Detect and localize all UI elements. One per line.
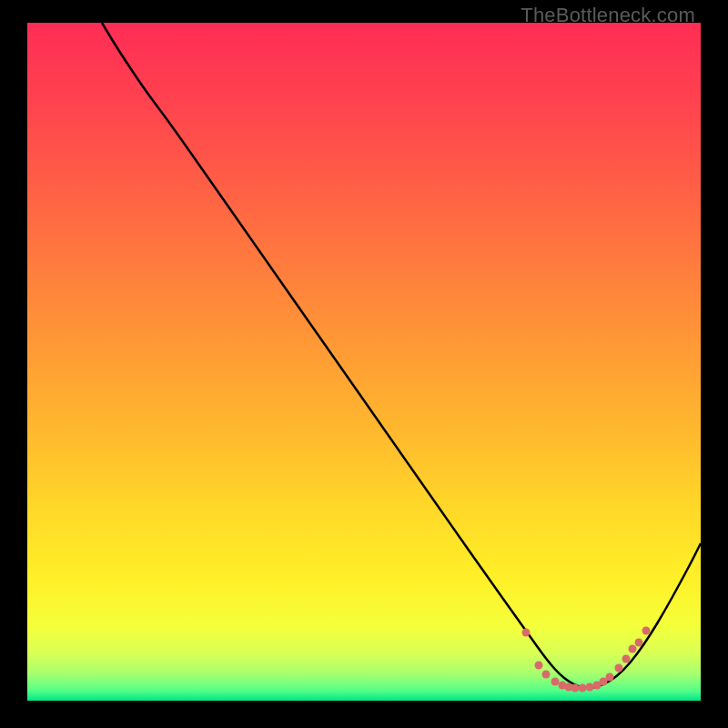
- highlight-dot: [622, 655, 631, 663]
- chart-plot-area: [27, 23, 701, 701]
- highlight-dot: [615, 664, 623, 672]
- highlight-dot: [635, 639, 643, 647]
- highlight-dot: [579, 684, 587, 693]
- highlight-dot: [551, 678, 560, 686]
- highlight-dot: [642, 627, 651, 635]
- highlight-dot: [522, 629, 531, 637]
- highlight-dot: [606, 673, 614, 682]
- highlight-dot: [542, 671, 551, 679]
- highlight-dot: [586, 683, 594, 692]
- watermark-text: TheBottleneck.com: [521, 4, 695, 27]
- gradient-background: [27, 23, 701, 701]
- highlight-dot: [571, 684, 580, 693]
- chart-svg: [27, 23, 701, 701]
- highlight-dot: [535, 662, 543, 670]
- highlight-dot: [629, 645, 637, 653]
